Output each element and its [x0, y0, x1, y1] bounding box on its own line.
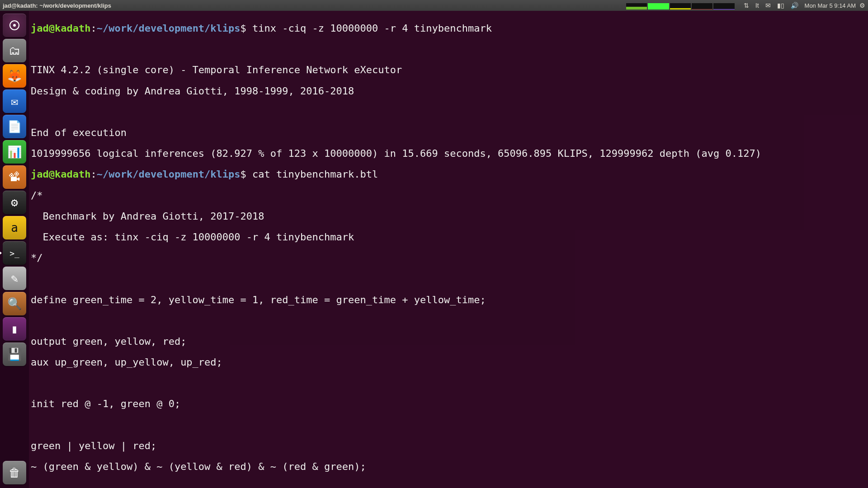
output-line: Design & coding by Andrea Giotti, 1998-1…	[31, 86, 865, 96]
file-line: ~ (green & yellow) & ~ (yellow & red) & …	[31, 461, 865, 472]
output-line: TINX 4.2.2 (single core) - Temporal Infe…	[31, 65, 865, 75]
launcher-thunderbird[interactable]: ✉	[3, 89, 26, 113]
prompt-end: $	[241, 23, 246, 34]
session-gear-icon[interactable]: ⚙	[859, 2, 865, 9]
prompt-sep: :	[90, 23, 96, 34]
window-title: jad@kadath: ~/work/development/klips	[3, 2, 111, 9]
network-icon[interactable]: ⇅	[744, 2, 749, 9]
launcher-dash[interactable]	[3, 14, 26, 37]
launcher-drive[interactable]: 💾	[3, 343, 26, 366]
launcher-calc[interactable]: 📊	[3, 140, 26, 164]
file-line: output green, yellow, red;	[31, 336, 865, 347]
command-2: cat tinybenchmark.btl	[252, 169, 378, 180]
file-line: /*	[31, 190, 865, 201]
launcher-files[interactable]: 🗂	[3, 39, 26, 62]
file-line: aux up_green, up_yellow, up_red;	[31, 357, 865, 367]
launcher-impress[interactable]: 📽	[3, 165, 26, 189]
launcher-writer[interactable]: 📄	[3, 115, 26, 138]
terminal-window[interactable]: jad@kadath:~/work/development/klips$ tin…	[29, 11, 868, 488]
top-menubar: jad@kadath: ~/work/development/klips ⇅ I…	[0, 0, 868, 11]
launcher-text-editor[interactable]: ✎	[3, 267, 26, 290]
file-line: define green_time = 2, yellow_time = 1, …	[31, 295, 865, 305]
launcher-search[interactable]: 🔍	[3, 292, 26, 315]
prompt-path: ~/work/development/klips	[97, 169, 241, 180]
keyboard-layout-indicator[interactable]: It	[755, 2, 759, 9]
prompt-user: jad@kadath	[31, 23, 90, 34]
launcher-amazon[interactable]: a	[3, 216, 26, 239]
output-line: 1019999656 logical inferences (82.927 % …	[31, 148, 865, 159]
prompt-path: ~/work/development/klips	[97, 23, 241, 34]
svg-point-1	[13, 24, 16, 27]
launcher-terminal[interactable]: >_	[3, 241, 26, 265]
prompt-user: jad@kadath	[31, 169, 90, 180]
launcher-app-purple[interactable]: ▮	[3, 317, 26, 341]
file-line: */	[31, 253, 865, 263]
messages-icon[interactable]: ✉	[765, 2, 771, 9]
command-1: tinx -ciq -z 10000000 -r 4 tinybenchmark	[252, 23, 492, 34]
system-monitor-applet[interactable]	[626, 1, 735, 9]
file-line: init red @ -1, green @ 0;	[31, 399, 865, 409]
output-line: End of execution	[31, 127, 865, 138]
unity-launcher: 🗂 🦊 ✉ 📄 📊 📽 ⚙ a >_ ✎ 🔍 ▮ 💾 🗑	[0, 11, 29, 488]
file-line: green | yellow | red;	[31, 441, 865, 451]
launcher-trash[interactable]: 🗑	[3, 461, 26, 484]
volume-icon[interactable]: 🔊	[791, 2, 798, 9]
launcher-firefox[interactable]: 🦊	[3, 64, 26, 88]
clock[interactable]: Mon Mar 5 9:14 AM	[805, 2, 856, 9]
battery-icon[interactable]: ▮▯	[777, 2, 784, 9]
indicator-icons: ⇅ It ✉ ▮▯ 🔊	[744, 2, 798, 9]
file-line: Benchmark by Andrea Giotti, 2017-2018	[31, 211, 865, 221]
file-line: Execute as: tinx -ciq -z 10000000 -r 4 t…	[31, 232, 865, 242]
launcher-settings[interactable]: ⚙	[3, 191, 26, 214]
